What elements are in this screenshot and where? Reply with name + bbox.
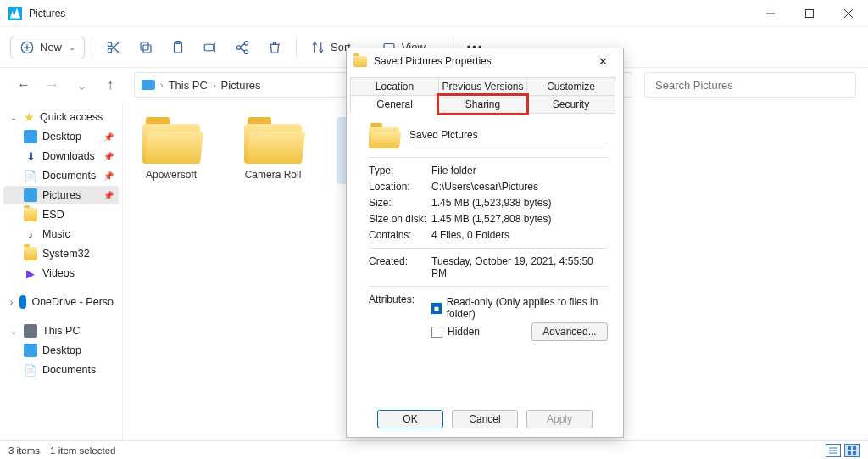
cloud-icon [19,295,26,309]
trash-icon [267,40,282,55]
cut-button[interactable] [99,36,128,59]
svg-line-21 [240,48,244,51]
chevron-down-icon: ⌄ [69,42,75,52]
label-size-on-disk: Size on disk: [369,213,431,225]
folder-item-apowersoft[interactable]: Apowersoft [133,117,209,184]
thumbnails-view-toggle[interactable] [844,444,860,457]
window-titlebar: Pictures [0,0,868,27]
pictures-icon [24,188,37,202]
details-view-toggle[interactable] [826,444,841,457]
delete-button[interactable] [260,36,289,59]
tab-previous-versions[interactable]: Previous Versions [438,77,527,96]
music-icon: ♪ [24,227,37,241]
sidebar-thispc-documents[interactable]: 📄Documents [3,361,119,379]
svg-point-17 [244,41,248,45]
advanced-button[interactable]: Advanced... [531,322,608,341]
tab-security[interactable]: Security [526,95,615,114]
dialog-title: Saved Pictures Properties [374,55,492,67]
folder-icon [24,208,37,221]
rename-icon [203,40,218,55]
minimize-button[interactable] [751,0,790,27]
nav-pane: ⌄★Quick access Desktop📌 ⬇Downloads📌 📄Doc… [0,102,123,440]
sidebar-thispc[interactable]: ⌄This PC [3,322,119,340]
sidebar-item-esd[interactable]: ESD [3,205,119,224]
label-type: Type: [369,165,431,176]
maximize-button[interactable] [790,0,829,27]
label-created: Created: [369,255,431,279]
ok-button[interactable]: OK [377,410,443,428]
document-icon: 📄 [24,169,37,182]
paste-button[interactable] [164,36,192,59]
dialog-tabs: Location Previous Versions Customize Gen… [347,74,623,113]
folder-icon [353,56,367,67]
folder-label: Camera Roll [235,169,311,181]
chevron-right-icon: › [160,80,164,90]
copy-button[interactable] [131,36,160,59]
share-button[interactable] [228,36,257,59]
search-input[interactable] [654,78,847,92]
dialog-titlebar[interactable]: Saved Pictures Properties ✕ [347,48,623,74]
pictures-icon [142,80,155,90]
folder-icon [24,247,37,260]
value-contains: 4 Files, 0 Folders [431,229,608,241]
tab-location[interactable]: Location [350,77,439,96]
recent-button[interactable]: ⌄ [70,73,93,97]
new-label: New [40,41,62,53]
label-attributes: Attributes: [369,294,431,344]
svg-rect-12 [141,42,148,50]
svg-point-19 [244,50,248,54]
checkbox-readonly[interactable]: ■ Read-only (Only applies to files in fo… [431,296,608,320]
apply-button[interactable]: Apply [526,410,593,428]
tab-sharing[interactable]: Sharing [438,95,527,114]
value-size-on-disk: 1.45 MB (1,527,808 bytes) [431,213,608,225]
sidebar-item-pictures[interactable]: Pictures📌 [3,186,119,204]
folder-label: Apowersoft [133,169,209,181]
close-button[interactable] [829,0,868,27]
sidebar-thispc-desktop[interactable]: Desktop [3,341,119,360]
sidebar-item-system32[interactable]: System32 [3,244,119,263]
value-created: Tuesday, October 19, 2021, 4:55:50 PM [431,255,608,279]
svg-rect-15 [204,44,214,51]
value-location: C:\Users\cesar\Pictures [431,181,608,193]
sidebar-item-videos[interactable]: ▶Videos [3,264,119,283]
back-button[interactable]: ← [12,73,36,97]
up-button[interactable]: ↑ [98,73,122,97]
sidebar-item-desktop[interactable]: Desktop📌 [3,127,119,146]
breadcrumb-thispc[interactable]: This PC [169,79,208,92]
sidebar-item-documents[interactable]: 📄Documents📌 [3,166,119,185]
tab-general[interactable]: General [350,95,439,114]
checkbox-hidden[interactable] [431,327,442,338]
search-box[interactable] [644,72,856,98]
download-icon: ⬇ [24,149,37,163]
svg-rect-28 [848,451,851,455]
svg-line-20 [240,43,244,46]
checkbox-icon: ■ [431,303,442,314]
readonly-label: Read-only (Only applies to files in fold… [447,296,608,320]
star-icon: ★ [24,110,35,124]
sidebar-quick-access[interactable]: ⌄★Quick access [3,108,119,126]
folder-icon [369,123,399,148]
svg-rect-27 [853,446,856,450]
copy-icon [138,40,153,55]
document-icon: 📄 [24,363,37,377]
svg-rect-1 [806,9,814,17]
rename-button[interactable] [196,36,225,59]
forward-button[interactable]: → [41,73,64,97]
folder-name-field[interactable]: Saved Pictures [409,129,608,143]
new-button[interactable]: New ⌄ [10,36,85,59]
sidebar-item-music[interactable]: ♪Music [3,225,119,243]
label-location: Location: [369,181,431,193]
label-contains: Contains: [369,229,431,241]
pin-icon: 📌 [103,171,114,181]
desktop-icon [24,344,37,357]
breadcrumb-pictures[interactable]: Pictures [221,79,261,92]
folder-item-camera-roll[interactable]: Camera Roll [235,117,311,184]
value-type: File folder [431,165,608,176]
sidebar-onedrive[interactable]: ›OneDrive - Perso [3,293,119,311]
scissors-icon [106,40,121,55]
dialog-close-button[interactable]: ✕ [589,51,616,71]
sidebar-item-downloads[interactable]: ⬇Downloads📌 [3,147,119,165]
tab-customize[interactable]: Customize [526,77,615,96]
cancel-button[interactable]: Cancel [452,410,518,428]
pin-icon: 📌 [103,152,114,161]
